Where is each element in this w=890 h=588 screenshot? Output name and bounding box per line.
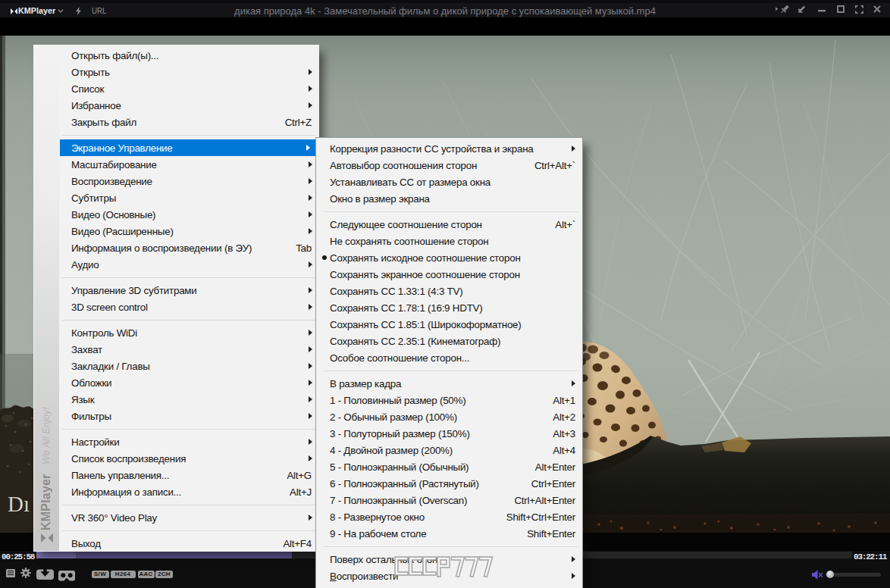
svg-text:Dı: Dı bbox=[8, 492, 30, 516]
